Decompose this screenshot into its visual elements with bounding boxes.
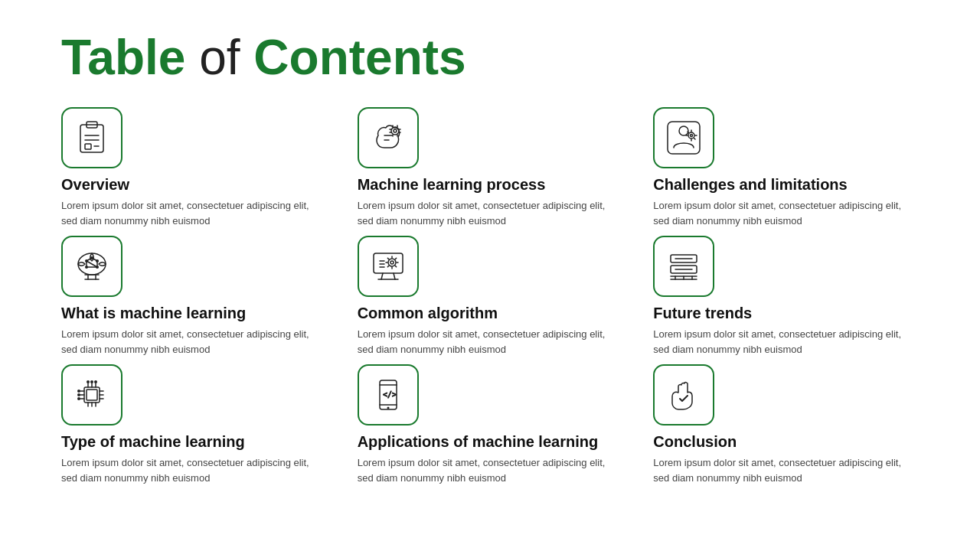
svg-point-71 [87, 380, 90, 383]
svg-point-38 [390, 261, 394, 264]
card-desc-type-of-ml: Lorem ipsum dolor sit amet, consectetuer… [61, 455, 327, 485]
card-desc-common-algorithm: Lorem ipsum dolor sit amet, consectetuer… [358, 327, 623, 357]
content-grid: Overview Lorem ipsum dolor sit amet, con… [61, 107, 919, 485]
card-title-applications: Applications of machine learning [358, 433, 623, 451]
svg-line-44 [395, 266, 396, 267]
card-title-what-is-ml: What is machine learning [61, 305, 327, 322]
svg-point-72 [90, 380, 93, 383]
svg-point-11 [679, 126, 688, 135]
svg-point-74 [77, 390, 80, 393]
card-common-algorithm: Common algorithm Lorem ipsum dolor sit a… [358, 236, 623, 357]
icon-box-type-of-ml [61, 364, 122, 425]
svg-point-76 [77, 397, 80, 400]
svg-point-73 [94, 380, 97, 383]
card-desc-challenges: Lorem ipsum dolor sit amet, consectetuer… [653, 198, 919, 228]
card-conclusion: Conclusion Lorem ipsum dolor sit amet, c… [653, 364, 919, 485]
icon-box-applications: </> [358, 364, 419, 425]
svg-line-35 [394, 273, 395, 279]
card-title-machine-learning-process: Machine learning process [358, 176, 623, 194]
svg-line-34 [381, 273, 383, 279]
icon-box-challenges [653, 107, 714, 168]
card-overview: Overview Lorem ipsum dolor sit amet, con… [61, 107, 327, 228]
svg-line-19 [694, 139, 696, 140]
svg-point-75 [77, 393, 80, 396]
svg-point-12 [688, 132, 694, 139]
svg-rect-58 [87, 390, 97, 400]
card-applications: </> Applications of machine learning Lor… [358, 364, 623, 485]
svg-rect-0 [80, 125, 103, 152]
svg-point-37 [388, 259, 396, 266]
card-title-common-algorithm: Common algorithm [358, 305, 623, 322]
card-title-future-trends: Future trends [653, 305, 919, 322]
icon-box-machine-learning-process [358, 107, 419, 168]
icon-box-overview [61, 107, 122, 168]
card-desc-what-is-ml: Lorem ipsum dolor sit amet, consectetuer… [61, 327, 327, 357]
card-what-is-ml: What is machine learning Lorem ipsum dol… [61, 236, 327, 357]
svg-point-6 [391, 127, 399, 135]
card-desc-machine-learning-process: Lorem ipsum dolor sit amet, consectetuer… [358, 198, 623, 228]
icon-box-conclusion [653, 364, 714, 425]
svg-line-45 [387, 266, 388, 267]
card-title-conclusion: Conclusion [653, 433, 919, 451]
icon-box-future-trends [653, 236, 714, 297]
svg-point-7 [394, 129, 397, 132]
card-type-of-ml: Type of machine learning Lorem ipsum dol… [61, 364, 327, 485]
svg-line-31 [87, 261, 97, 267]
page-title: Table of Contents [61, 31, 919, 84]
icon-box-common-algorithm [358, 236, 419, 297]
card-title-overview: Overview [61, 176, 327, 194]
svg-point-13 [691, 135, 693, 137]
svg-line-46 [395, 259, 396, 259]
svg-line-43 [387, 259, 388, 259]
svg-point-80 [387, 407, 389, 409]
card-desc-future-trends: Lorem ipsum dolor sit amet, consectetuer… [653, 327, 919, 357]
card-future-trends: Future trends Lorem ipsum dolor sit amet… [653, 236, 919, 357]
card-title-challenges: Challenges and limitations [653, 176, 919, 194]
card-desc-applications: Lorem ipsum dolor sit amet, consectetuer… [358, 455, 623, 485]
svg-rect-4 [85, 144, 91, 149]
card-title-type-of-ml: Type of machine learning [61, 433, 327, 451]
svg-text:</>: </> [383, 390, 397, 399]
svg-line-18 [688, 132, 689, 133]
card-desc-conclusion: Lorem ipsum dolor sit amet, consectetuer… [653, 455, 919, 485]
card-desc-overview: Lorem ipsum dolor sit amet, consectetuer… [61, 198, 327, 228]
icon-box-what-is-ml [61, 236, 122, 297]
card-machine-learning-process: Machine learning process Lorem ipsum dol… [358, 107, 623, 228]
card-challenges: Challenges and limitations Lorem ipsum d… [653, 107, 919, 228]
